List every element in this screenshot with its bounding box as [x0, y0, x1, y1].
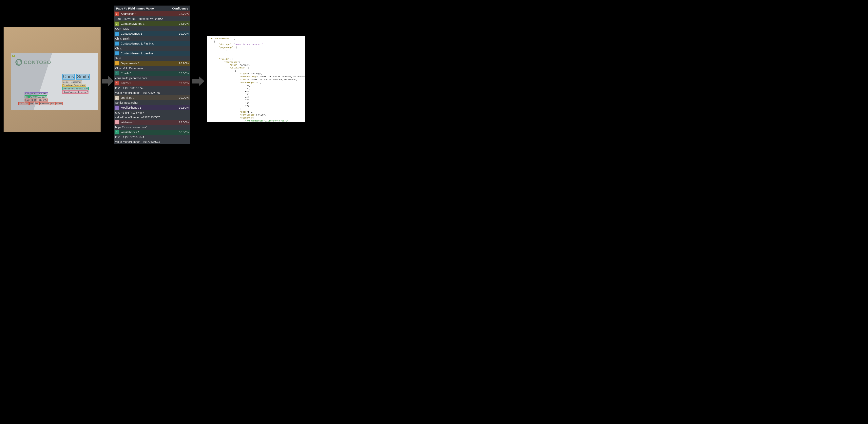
field-group: 1Websites 199.00%https://www.contoso.com…	[114, 120, 190, 130]
field-row[interactable]: 1Faxes 199.00%	[114, 80, 190, 86]
field-group: 1ContactNames 1: LastNa...Smith	[114, 51, 190, 61]
field-row[interactable]: 1CompanyNames 198.60%	[114, 21, 190, 26]
field-confidence: 98.60%	[179, 22, 190, 25]
address-token: 4001	[18, 102, 24, 105]
table-header: Page # / Field name / Value Confidence	[114, 5, 190, 11]
logo-icon	[16, 59, 22, 66]
page-badge: 1	[115, 120, 119, 124]
header-right: Confidence	[172, 7, 188, 10]
field-name: Emails 1	[121, 72, 179, 75]
field-name: MobilePhones 1	[121, 106, 179, 109]
business-card-analyzed: CONTOSO Chris Smith Senior Researcher Cl…	[4, 27, 100, 132]
company-region: CONTOSO	[12, 55, 14, 57]
field-name: ContactNames 1: FirstNa...	[121, 42, 189, 45]
field-row[interactable]: 1ContactNames 1: FirstNa...	[114, 41, 190, 46]
field-name: Departments 1	[121, 62, 179, 65]
website: https://www.contoso.com/	[62, 90, 89, 94]
address-token: 98052	[55, 102, 63, 105]
field-confidence: 99.00%	[179, 32, 190, 35]
field-row[interactable]: 1WorkPhones 198.50%	[114, 130, 190, 135]
field-group: 1ContactNames 199.00%Chris Smith	[114, 31, 190, 41]
work-phone: +1 (987) 213-5674	[29, 95, 47, 98]
page-badge: 1	[115, 32, 119, 36]
cell-label: Cell	[25, 92, 30, 95]
address-token: Redmond,	[39, 102, 50, 105]
field-group: 1JobTitles 199.00%Senior Researcher	[114, 95, 190, 105]
page-badge: 1	[115, 81, 119, 85]
field-group: 1Addresses 198.70%4001 1st Ave NE Redmon…	[114, 11, 190, 21]
field-row[interactable]: 1Addresses 198.70%	[114, 11, 190, 17]
company-logo: CONTOSO	[16, 59, 51, 66]
field-name: WorkPhones 1	[121, 131, 179, 134]
page-badge: 1	[115, 71, 119, 75]
field-name: ContactNames 1: LastNa...	[121, 52, 189, 55]
business-card: CONTOSO Chris Smith Senior Researcher Cl…	[11, 53, 98, 110]
fax-label: Fax	[25, 99, 30, 101]
field-group: 1Departments 198.90%Cloud & AI Departmen…	[114, 61, 190, 71]
last-name: Smith	[76, 74, 90, 79]
field-row[interactable]: 1ContactNames 1: LastNa...	[114, 51, 190, 56]
field-value: CONTOSO	[114, 26, 190, 31]
first-name: Chris	[62, 74, 75, 79]
job-title: Senior Researcher	[62, 80, 82, 84]
tel-label: Tel	[25, 95, 29, 98]
field-name: Faxes 1	[121, 81, 179, 85]
phone-block: Cell +1 (987) 123-4567 Tel +1 (987) 213-…	[25, 92, 48, 102]
page-badge: 1	[115, 106, 119, 109]
arrow-right-icon	[192, 75, 204, 87]
field-row[interactable]: 1ContactNames 199.00%	[114, 31, 190, 36]
field-value: https://www.contoso.com/	[114, 125, 190, 130]
field-row[interactable]: 1Emails 199.00%	[114, 71, 190, 76]
header-left: Page # / Field name / Value	[116, 7, 154, 10]
field-name: ContactNames 1	[121, 32, 179, 35]
page-badge: 1	[115, 130, 119, 134]
field-name: CompanyNames 1	[121, 22, 179, 25]
field-row[interactable]: 1Departments 198.90%	[114, 61, 190, 66]
field-name: Addresses 1	[121, 12, 179, 15]
field-value: text: +1 (987) 213-5674	[114, 135, 190, 139]
field-value: valuePhoneNumber: +19871234567	[114, 115, 190, 120]
address-token: NE	[35, 102, 39, 105]
field-value: Chris Smith	[114, 36, 190, 41]
field-value: chris.smith@contoso.com	[114, 76, 190, 80]
field-value: Senior Researcher	[114, 100, 190, 105]
address-line: 40011stAveNERedmond,WA98052	[18, 102, 63, 105]
field-confidence: 99.00%	[179, 81, 190, 85]
arrow-right-icon	[102, 75, 114, 87]
field-confidence: 99.00%	[179, 121, 190, 124]
field-group: 1WorkPhones 198.50%text: +1 (987) 213-56…	[114, 130, 190, 144]
extraction-results-table: Page # / Field name / Value Confidence 1…	[114, 5, 190, 144]
field-name: JobTitles 1	[121, 96, 179, 99]
field-value: valuePhoneNumber: +19872135674	[114, 139, 190, 144]
table-body: 1Addresses 198.70%4001 1st Ave NE Redmon…	[114, 11, 190, 144]
field-group: 1Emails 199.00%chris.smith@contoso.com	[114, 71, 190, 80]
address-token: Ave	[29, 102, 34, 105]
field-value: Chris	[114, 46, 190, 51]
page-badge: 1	[115, 96, 119, 100]
field-confidence: 99.50%	[179, 106, 190, 109]
field-row[interactable]: 1MobilePhones 199.50%	[114, 105, 190, 110]
field-value: text: +1 (987) 123-4567	[114, 110, 190, 115]
field-row[interactable]: 1JobTitles 199.00%	[114, 95, 190, 100]
field-group: 1CompanyNames 198.60%CONTOSO	[114, 21, 190, 31]
page-badge: 1	[115, 41, 119, 45]
fax-phone: +1 (987) 312-6745	[30, 99, 48, 101]
field-row[interactable]: 1Websites 199.00%	[114, 120, 190, 125]
company-name: CONTOSO	[24, 59, 51, 65]
address-token: WA	[51, 102, 55, 105]
svg-marker-1	[192, 76, 204, 86]
address-token: 1st	[25, 102, 29, 105]
field-value: text: +1 (987) 312-6745	[114, 86, 190, 90]
field-group: 1MobilePhones 199.50%text: +1 (987) 123-…	[114, 105, 190, 120]
page-badge: 1	[115, 61, 119, 65]
svg-marker-0	[102, 76, 114, 86]
department: Cloud & AI Department	[62, 84, 86, 87]
field-confidence: 98.50%	[179, 131, 190, 134]
page-badge: 1	[115, 22, 119, 26]
json-output: "documentResults": [ { "docType": "prebu…	[207, 36, 305, 122]
card-details: Senior Researcher Cloud & AI Department …	[62, 80, 89, 94]
page-badge: 1	[115, 52, 119, 55]
field-value: 4001 1st Ave NE Redmond, WA 98052	[114, 17, 190, 21]
field-confidence: 98.70%	[179, 12, 190, 15]
field-name: Websites 1	[121, 121, 179, 124]
